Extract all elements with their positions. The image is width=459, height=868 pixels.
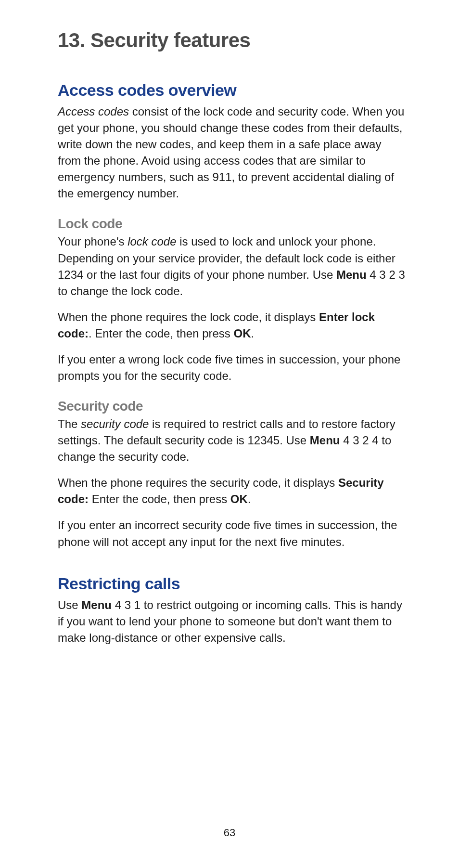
chapter-title: 13. Security features (58, 29, 406, 52)
menu-label: Menu (336, 268, 367, 281)
lock-code-p2-a: When the phone requires the lock code, i… (58, 311, 319, 324)
security-code-p2-b: Enter the code, then press (89, 492, 230, 505)
restricting-calls-p1-a: Use (58, 598, 81, 611)
access-codes-term: Access codes (58, 105, 129, 118)
restricting-calls-p1: Use Menu 4 3 1 to restrict outgoing or i… (58, 597, 406, 646)
menu-label: Menu (81, 598, 112, 611)
section-title-restricting-calls: Restricting calls (58, 574, 406, 593)
security-code-term: security code (81, 417, 149, 430)
menu-label: Menu (310, 434, 340, 447)
ok-label: OK (230, 492, 248, 505)
lock-code-p3: If you enter a wrong lock code five time… (58, 351, 406, 384)
security-code-p3: If you enter an incorrect security code … (58, 517, 406, 550)
lock-code-p2-c: . (251, 327, 255, 340)
security-code-p2: When the phone requires the security cod… (58, 475, 406, 507)
subsection-security-code: Security code (58, 399, 406, 414)
lock-code-p2-b: . Enter the code, then press (89, 327, 234, 340)
security-code-p2-a: When the phone requires the security cod… (58, 476, 338, 489)
ok-label: OK (234, 327, 251, 340)
lock-code-term: lock code (128, 235, 176, 248)
access-codes-intro-text: consist of the lock code and security co… (58, 105, 404, 200)
chapter-name: Security features (90, 29, 250, 52)
lock-code-p1-a: Your phone's (58, 235, 128, 248)
page-number: 63 (0, 827, 459, 839)
section-title-access-codes: Access codes overview (58, 81, 406, 100)
security-code-p2-c: . (248, 492, 251, 505)
lock-code-p1: Your phone's lock code is used to lock a… (58, 233, 406, 299)
security-code-p1-a: The (58, 417, 81, 430)
chapter-number: 13. (58, 29, 85, 52)
security-code-p1: The security code is required to restric… (58, 416, 406, 465)
lock-code-p2: When the phone requires the lock code, i… (58, 309, 406, 342)
access-codes-intro: Access codes consist of the lock code an… (58, 104, 406, 202)
subsection-lock-code: Lock code (58, 216, 406, 232)
